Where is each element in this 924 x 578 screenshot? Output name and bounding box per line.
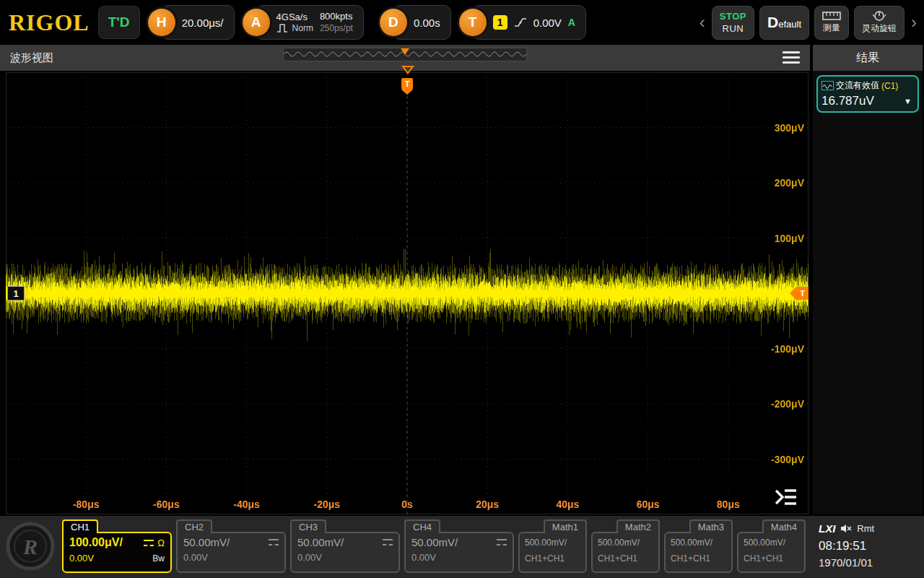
ch3-scale: 50.00mV/: [297, 536, 344, 548]
v-axis-label: -300μV: [771, 454, 804, 465]
math1-tab[interactable]: Math1: [544, 519, 587, 533]
channel-card-ch4[interactable]: CH4 50.00mV/ 0.00V: [404, 519, 514, 573]
math4-tab[interactable]: Math4: [762, 519, 806, 533]
timebase-value: 20.00μs/: [182, 17, 224, 29]
results-panel-title: 结果: [813, 45, 923, 71]
ch3-offset: 0.00V: [297, 552, 322, 563]
lxi-logo: LXI: [819, 522, 835, 535]
ch4-scale: 50.00mV/: [411, 536, 458, 548]
t-axis-label: 80μs: [717, 499, 740, 510]
channel-card-ch3[interactable]: CH3 50.00mV/ 0.00V: [290, 519, 400, 573]
default-button[interactable]: Default: [759, 6, 809, 40]
rigol-logo: RIGOL: [6, 9, 94, 36]
math-card-math2[interactable]: Math2 500.00mV/ CH1+CH1: [591, 519, 660, 573]
pulse-icon: [276, 24, 289, 33]
delay-value: 0.00s: [414, 17, 440, 29]
measurement-value: 16.787uV: [821, 94, 874, 108]
menu-icon[interactable]: [783, 51, 800, 64]
dc-coupling-icon: [269, 539, 279, 545]
v-axis-label: -100μV: [771, 343, 804, 355]
a-key-icon[interactable]: A: [243, 9, 270, 36]
channel-card-ch2[interactable]: CH2 50.00mV/ 0.00V: [176, 519, 286, 573]
t-axis-label: 40μs: [556, 499, 579, 510]
top-toolbar: RIGOL T'D H 20.00μs/ A 4GSa/s Norm 800kp…: [0, 0, 924, 45]
measure-button[interactable]: 测量: [814, 6, 849, 40]
ch2-tab[interactable]: CH2: [176, 519, 212, 533]
dc-coupling-icon: [497, 539, 507, 545]
measurement-thumbnail-icon: [821, 81, 834, 90]
sample-interval: 250ps/pt: [320, 23, 353, 34]
measurement-result-card[interactable]: 交流有效值(C1) 16.787uV ▼: [816, 75, 919, 113]
h-key-icon[interactable]: H: [148, 9, 175, 36]
t-axis-label: -40μs: [233, 499, 260, 510]
ch1-marker-arrow-icon: [25, 288, 30, 298]
math1-scale: 500.00mV/: [525, 538, 580, 548]
t-axis-label: -60μs: [153, 499, 180, 510]
clock-date: 1970/01/01: [819, 556, 917, 569]
view-title: 波形视图: [10, 51, 53, 65]
overview-trigger-marker[interactable]: [401, 48, 409, 55]
svg-text:R: R: [22, 535, 38, 558]
trigger-position-icon[interactable]: [401, 66, 414, 74]
chevron-down-icon[interactable]: ▼: [904, 97, 914, 105]
dc-coupling-icon: [144, 540, 154, 546]
math2-scale: 500.00mV/: [598, 538, 653, 548]
sample-rate: 4GSa/s: [276, 12, 313, 23]
trigger-level-arrow-icon: [790, 287, 796, 300]
math3-tab[interactable]: Math3: [689, 519, 733, 533]
measurement-label: 交流有效值: [836, 79, 879, 92]
ch1-tab[interactable]: CH1: [62, 519, 98, 533]
expand-menu-icon[interactable]: [774, 487, 798, 507]
memory-depth: 800kpts: [320, 11, 353, 22]
ch2-scale: 50.00mV/: [183, 536, 230, 548]
ch4-offset: 0.00V: [411, 552, 436, 563]
v-axis-label: 200μV: [775, 177, 804, 189]
t-key-icon[interactable]: T: [459, 9, 487, 36]
math-card-math4[interactable]: Math4 500.00mV/ CH1+CH1: [737, 519, 806, 573]
channel-card-ch1[interactable]: CH1 100.00μV/ Ω 0.00V Bw: [62, 519, 172, 573]
math4-expression: CH1+CH1: [744, 553, 799, 564]
math-card-math3[interactable]: Math3 500.00mV/ CH1+CH1: [664, 519, 733, 573]
ch1-scale: 100.00μV/: [69, 536, 123, 549]
ch1-noise-waveform: [6, 72, 808, 514]
quick-knob-button[interactable]: 灵动旋钮: [854, 6, 905, 40]
trigger-settings-button[interactable]: T 1 0.00V A: [472, 5, 586, 40]
d-key-icon[interactable]: D: [380, 9, 407, 36]
impedance-label: Ω: [157, 538, 165, 548]
math4-scale: 500.00mV/: [744, 538, 799, 548]
trigger-status-button[interactable]: T'D: [98, 6, 140, 39]
run-stop-button[interactable]: STOP RUN: [712, 6, 754, 40]
ch2-offset: 0.00V: [183, 552, 208, 563]
bandwidth-limit-label: Bw: [152, 553, 165, 564]
rising-edge-icon: [514, 17, 527, 28]
trigger-sweep-mode: A: [568, 17, 575, 28]
delay-settings-button[interactable]: D 0.00s: [393, 5, 451, 40]
v-axis-label: 300μV: [775, 122, 804, 134]
results-panel: 结果 交流有效值(C1) 16.787uV ▼: [813, 45, 923, 514]
acquisition-settings-button[interactable]: A 4GSa/s Norm 800kpts 250ps/pt: [256, 5, 364, 40]
system-status[interactable]: LXI Rmt 08:19:51 1970/01/01: [813, 519, 921, 569]
ch1-offset: 0.00V: [69, 553, 94, 564]
v-axis-label: -200μV: [771, 398, 804, 410]
dc-coupling-icon: [383, 539, 393, 545]
math-card-math1[interactable]: Math1 500.00mV/ CH1+CH1: [518, 519, 587, 573]
waveform-display[interactable]: 1 T T 300μV200μV100μV-10: [6, 72, 808, 514]
ch3-tab[interactable]: CH3: [290, 519, 326, 533]
trigger-time-flag[interactable]: T: [401, 78, 413, 95]
clock-time: 08:19:51: [819, 539, 917, 553]
nav-left-icon[interactable]: ‹: [698, 14, 707, 31]
nav-right-icon[interactable]: ›: [910, 14, 918, 31]
t-axis-label: 20μs: [476, 499, 499, 510]
math2-tab[interactable]: Math2: [616, 519, 660, 533]
acquire-mode: Norm: [292, 23, 313, 33]
math1-expression: CH1+CH1: [525, 553, 580, 564]
ch1-level-marker[interactable]: 1: [7, 286, 30, 301]
horizontal-overview-strip[interactable]: [283, 48, 527, 61]
ch4-tab[interactable]: CH4: [404, 519, 440, 533]
measurement-source: (C1): [881, 81, 898, 91]
trigger-level-flag[interactable]: T: [790, 287, 808, 300]
horizontal-settings-button[interactable]: H 20.00μs/: [161, 5, 235, 40]
trigger-level: 0.00V: [533, 17, 562, 29]
math3-scale: 500.00mV/: [671, 538, 726, 548]
t-axis-label: 60μs: [637, 499, 660, 510]
